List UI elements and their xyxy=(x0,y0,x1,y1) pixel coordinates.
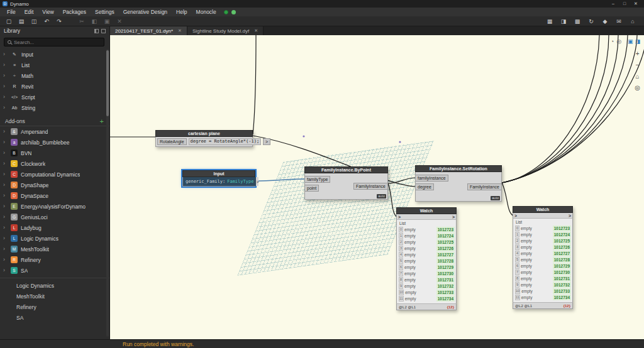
notification-dot-icon[interactable] xyxy=(231,10,236,14)
delete-icon[interactable]: ✕ xyxy=(116,17,123,26)
pin-library-icon[interactable] xyxy=(94,29,99,33)
addon-item[interactable]: L Logic Dynamics xyxy=(0,233,109,244)
watch-levels[interactable]: @L2 @L1 xyxy=(399,305,416,309)
node-title[interactable]: Watch xyxy=(513,206,573,213)
input-port[interactable]: familyInstance xyxy=(416,175,448,182)
open-file-icon[interactable]: ▤ xyxy=(18,17,25,26)
menu-item[interactable]: Help xyxy=(172,8,191,16)
library-section[interactable]: ✎ Input xyxy=(0,49,109,60)
library-section[interactable]: </> Script xyxy=(0,92,109,102)
addon-item[interactable]: E EnergyAnalysisForDynamo xyxy=(0,201,109,212)
menu-item[interactable]: Generative Design xyxy=(119,8,172,16)
generative-design-status-icon[interactable] xyxy=(224,10,228,14)
watch-output-port[interactable]: > xyxy=(452,215,455,219)
node-title[interactable]: FamilyInstance.ByPoint xyxy=(304,166,388,173)
node-watch-2[interactable]: Watch > > List 0 empty 1012723 1 xyxy=(513,206,573,309)
redo-icon[interactable]: ↷ xyxy=(55,17,63,26)
output-port-familyinstance[interactable]: FamilyInstance xyxy=(467,183,501,190)
input-port[interactable]: degree xyxy=(416,183,434,190)
watch-input-port[interactable]: > xyxy=(514,214,517,218)
save-icon[interactable]: ◫ xyxy=(30,17,38,26)
menu-item[interactable]: Monocle xyxy=(192,8,221,16)
input-port[interactable]: familyType xyxy=(305,176,330,183)
output-port[interactable]: > xyxy=(263,138,270,145)
tab-close-icon[interactable]: ✕ xyxy=(254,28,258,33)
zoom-in-icon[interactable]: + xyxy=(635,50,640,58)
feedback-icon[interactable]: ✉ xyxy=(615,17,623,26)
node-familyinstance-setrotation[interactable]: FamilyInstance.SetRotation familyInstanc… xyxy=(415,165,502,202)
pan-view-icon[interactable]: ◎ xyxy=(616,38,621,45)
workspace-preview-icon[interactable]: ◨ xyxy=(560,17,567,26)
addon-category-item[interactable]: Logic Dynamics xyxy=(0,280,109,291)
node-familyinstance-bypoint[interactable]: FamilyInstance.ByPoint familyTypepoint F… xyxy=(304,166,388,200)
geometry-view-icon[interactable]: ▣ xyxy=(628,38,633,45)
addon-item[interactable]: & Ampersand xyxy=(0,126,109,137)
menu-item[interactable]: Edit xyxy=(20,8,38,16)
zoom-out-icon[interactable]: − xyxy=(635,62,640,69)
tab-workspace-2[interactable]: Sightline Study Model.dyf ✕ xyxy=(187,26,264,35)
addon-category-item[interactable]: MeshToolkit xyxy=(0,291,109,302)
node-input-generic-family[interactable]: Input generic_Family: FamilyType > xyxy=(182,170,255,187)
library-section[interactable]: R Revit xyxy=(0,81,109,92)
collapse-library-icon[interactable] xyxy=(101,29,106,33)
library-section[interactable]: ≡ List xyxy=(0,60,109,70)
cut-icon[interactable]: ✂ xyxy=(78,17,86,26)
node-cartesian-plane[interactable]: cartesian plane RotateAngle degree = Rot… xyxy=(155,130,253,147)
addon-item[interactable]: R Refinery xyxy=(0,254,109,265)
addon-item[interactable]: S SA xyxy=(0,265,109,276)
tab-workspace-1[interactable]: 20210417_TEST_01.dyn* ✕ xyxy=(110,26,187,35)
menu-item[interactable]: View xyxy=(38,8,58,16)
addon-item[interactable]: D DynaSpace xyxy=(0,190,109,201)
home-icon[interactable]: ⌂ xyxy=(629,17,636,26)
menu-item[interactable]: Settings xyxy=(91,8,119,16)
library-section[interactable]: ÷ Math xyxy=(0,70,109,81)
lacing-badge[interactable]: auto xyxy=(377,194,386,198)
background-3d-icon[interactable]: ▩ xyxy=(574,17,581,26)
pan-icon[interactable]: ◎ xyxy=(635,84,640,92)
geometry-display-icon[interactable]: ◆ xyxy=(601,17,609,26)
library-section[interactable]: Ab String xyxy=(0,102,109,113)
addon-item[interactable]: a archilab_Bumblebee xyxy=(0,137,109,148)
zoom-fit-icon[interactable]: ⌂ xyxy=(635,73,640,80)
minimize-icon[interactable]: – xyxy=(608,0,619,8)
addon-item[interactable]: C Clockwork xyxy=(0,158,109,169)
add-package-icon[interactable]: + xyxy=(100,117,104,125)
export-image-icon[interactable]: ▦ xyxy=(546,17,553,26)
close-icon[interactable]: ✕ xyxy=(630,0,641,8)
lacing-badge[interactable]: auto xyxy=(491,196,500,200)
paste-icon[interactable]: ▣ xyxy=(103,17,111,26)
library-search[interactable] xyxy=(4,38,104,46)
input-port[interactable]: point xyxy=(305,185,319,192)
watch-input-port[interactable]: > xyxy=(398,215,401,219)
node-title[interactable]: Watch xyxy=(396,207,457,214)
new-workspace-icon[interactable]: ▢ xyxy=(5,17,13,26)
orbit-view-icon[interactable]: ◔ xyxy=(611,38,614,45)
watch-levels[interactable]: @L2 @L1 xyxy=(515,304,532,308)
refresh-icon[interactable]: ↻ xyxy=(587,17,595,26)
addon-item[interactable]: D DynaShape xyxy=(0,180,109,190)
node-title[interactable]: Input xyxy=(182,170,255,177)
output-port[interactable]: > xyxy=(256,177,258,186)
node-title[interactable]: cartesian plane xyxy=(155,130,253,137)
output-port-familyinstance[interactable]: FamilyInstance xyxy=(353,183,387,190)
tab-close-icon[interactable]: ✕ xyxy=(178,28,182,33)
menu-item[interactable]: Packages xyxy=(58,8,91,16)
watch-output-port[interactable]: > xyxy=(569,214,571,218)
addon-item[interactable]: L Ladybug xyxy=(0,222,109,233)
code-block-text[interactable]: degree = RotateAngle*(-1); xyxy=(189,138,262,145)
addon-category-item[interactable]: Refinery xyxy=(0,302,109,312)
addon-category-item[interactable]: SA xyxy=(0,312,109,323)
sidebar-scrollbar-thumb[interactable] xyxy=(106,50,109,116)
search-input[interactable] xyxy=(14,40,96,45)
addon-item[interactable]: G GeniusLoci xyxy=(0,212,109,222)
graph-view-icon[interactable]: ◨ xyxy=(635,38,640,45)
node-watch-1[interactable]: Watch > > List 0 empty 1012723 1 xyxy=(396,207,457,310)
menu-item[interactable]: File xyxy=(3,8,20,16)
addon-item[interactable]: C Computational Dynamics xyxy=(0,169,109,180)
copy-icon[interactable]: ◧ xyxy=(91,17,98,26)
maximize-icon[interactable]: □ xyxy=(619,0,630,8)
graph-canvas[interactable]: cartesian plane RotateAngle degree = Rot… xyxy=(110,35,644,339)
addon-item[interactable]: M MeshToolkit xyxy=(0,244,109,254)
input-port-rotateangle[interactable]: RotateAngle xyxy=(157,138,187,145)
addon-item[interactable]: B BVN xyxy=(0,148,109,158)
